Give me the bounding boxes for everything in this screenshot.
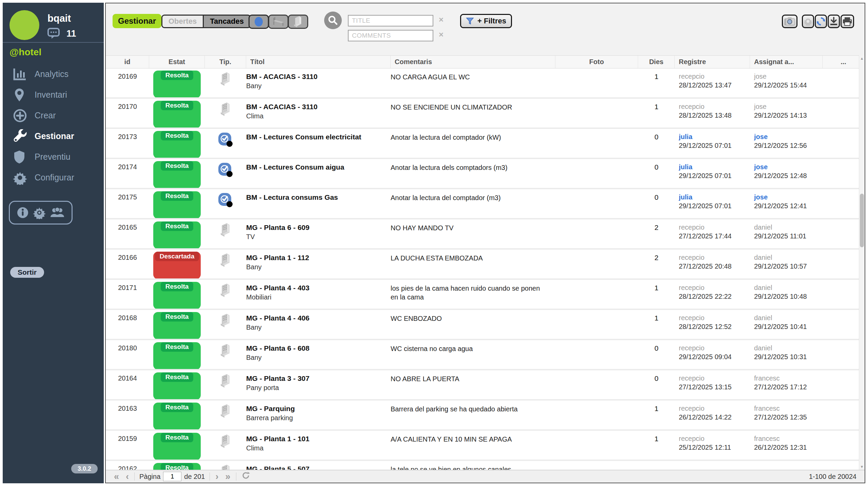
comments-search-input[interactable] — [348, 30, 433, 41]
cell-more — [823, 99, 865, 128]
table-row[interactable]: 20164 Resolta MG - Planta 3 - 307 Pany p… — [106, 370, 865, 401]
sidebar-item-preventiu[interactable]: Preventiu — [3, 147, 104, 167]
download-button[interactable] — [828, 15, 840, 28]
cell-dies: 1 — [638, 431, 675, 460]
sidebar-item-analytics[interactable]: Analytics — [3, 64, 104, 84]
map-pin-icon — [13, 88, 31, 102]
building-icon — [205, 431, 246, 460]
type-filter-buttons — [249, 15, 308, 29]
bed-filter-button[interactable] — [268, 15, 289, 29]
cell-assignat: daniel 29/12/2025 10:31 — [750, 340, 823, 369]
column-header-registre[interactable]: Registre — [675, 56, 750, 68]
table-row[interactable]: 20162 Resolta MG - Planta 5 - 507 la tel… — [106, 461, 865, 470]
table-row[interactable]: 20180 Resolta MG - Planta 6 - 608 Bany W… — [106, 340, 865, 370]
column-header-tip[interactable]: Tip. — [205, 56, 246, 68]
building-icon — [205, 69, 246, 97]
registre-user[interactable]: julia — [679, 133, 750, 141]
status-badge: Resolta — [153, 312, 201, 339]
cell-comentaris: A/A CALIENTA Y EN 10 MIN SE APAGA — [391, 431, 555, 460]
cell-comentaris: NO HAY MANDO TV — [391, 219, 555, 248]
cell-id: 20173 — [106, 129, 149, 158]
status-dot-filter-button[interactable] — [249, 15, 269, 29]
page-number-input[interactable] — [163, 472, 181, 481]
tab-tancades[interactable]: Tancades — [203, 15, 251, 28]
sync-button[interactable] — [815, 15, 827, 28]
column-header-dies[interactable]: Dies — [638, 56, 675, 68]
column-header-assignat[interactable]: Assignat a... — [750, 56, 823, 68]
column-header-foto[interactable]: Foto — [555, 56, 638, 68]
sidebar-item-inventari[interactable]: Inventari — [3, 84, 104, 105]
scroll-up-icon[interactable]: ▲ — [859, 56, 865, 60]
assignat-user: daniel — [754, 284, 823, 292]
first-page-button[interactable]: « — [111, 471, 122, 482]
tab-obertes[interactable]: Obertes — [161, 15, 204, 28]
cell-foto — [555, 219, 638, 248]
table-row[interactable]: 20159 Resolta MG - Planta 1 - 101 Clima … — [106, 431, 865, 461]
search-icon[interactable] — [324, 12, 342, 29]
cell-titol: MG - Planta 4 - 403 Mobiliari — [246, 280, 391, 309]
assignat-user[interactable]: jose — [754, 193, 823, 201]
print-button[interactable] — [841, 15, 854, 28]
table-row[interactable]: 20168 Resolta MG - Planta 4 - 406 Bany W… — [106, 310, 865, 340]
logout-button[interactable]: Sortir — [10, 267, 44, 278]
cell-foto — [555, 250, 638, 278]
table-row[interactable]: 20169 Resolta BM - ACACIAS - 3110 Bany N… — [106, 69, 865, 99]
table-row[interactable]: 20165 Resolta MG - Planta 6 - 609 TV NO … — [106, 219, 865, 250]
gear-icon[interactable] — [33, 206, 46, 219]
sidebar-item-configurar[interactable]: Configurar — [3, 167, 104, 188]
assignat-user[interactable]: jose — [754, 133, 823, 141]
title-search-input[interactable] — [348, 15, 433, 26]
column-header-more[interactable]: ... — [823, 56, 865, 68]
info-icon[interactable] — [17, 207, 29, 219]
cell-estat: Resolta — [149, 99, 205, 128]
last-page-button[interactable]: » — [222, 471, 234, 482]
cell-estat: Resolta — [149, 129, 205, 158]
vertical-scrollbar[interactable]: ▲ ▼ — [859, 55, 865, 470]
prev-page-button[interactable]: ‹ — [122, 471, 132, 482]
cell-more — [823, 280, 865, 309]
table-row[interactable]: 20163 Resolta MG - Parquing Barrera park… — [106, 401, 865, 431]
cell-foto — [555, 99, 638, 128]
cell-titol: BM - Lectura consums Gas — [246, 189, 391, 218]
column-header-titol[interactable]: Títol — [246, 56, 391, 68]
pager-divider — [236, 472, 236, 481]
cell-comentaris: los pies de la cama hacen ruido cuando s… — [391, 280, 555, 309]
cell-dies: 0 — [638, 129, 675, 158]
next-page-button[interactable]: › — [212, 471, 222, 482]
status-badge: Resolta — [153, 101, 201, 128]
cell-dies: 2 — [638, 250, 675, 278]
avatar[interactable] — [9, 10, 39, 40]
table-row[interactable]: 20171 Resolta MG - Planta 4 - 403 Mobili… — [106, 280, 865, 310]
settings-button[interactable] — [802, 15, 814, 28]
refresh-button[interactable] — [238, 471, 253, 482]
cell-id: 20170 — [106, 99, 149, 128]
clear-comments-icon[interactable]: × — [439, 31, 446, 39]
clear-title-icon[interactable]: × — [439, 16, 446, 24]
column-header-comentaris[interactable]: Comentaris — [391, 56, 555, 68]
cell-estat: Resolta — [149, 189, 205, 218]
cell-more — [823, 310, 865, 339]
sidebar-item-crear[interactable]: Crear — [3, 105, 104, 126]
registre-user[interactable]: julia — [679, 163, 750, 171]
page-count-label: de 201 — [184, 473, 205, 481]
table-row[interactable]: 20170 Resolta BM - ACACIAS - 3110 Clima … — [106, 99, 865, 129]
column-header-id[interactable]: id — [106, 56, 149, 68]
table-row[interactable]: 20174 Resolta BM - Lectures Consum aigua… — [106, 159, 865, 189]
scroll-down-icon[interactable]: ▼ — [859, 465, 865, 469]
registre-user[interactable]: julia — [679, 193, 750, 201]
table-row[interactable]: 20166 Descartada MG - Planta 1 - 112 Ban… — [106, 250, 865, 280]
chat-bubble-icon[interactable] — [47, 28, 62, 39]
building-filter-button[interactable] — [288, 15, 308, 29]
users-icon[interactable] — [50, 207, 65, 218]
building-icon — [205, 401, 246, 429]
filters-button[interactable]: + Filtres — [460, 14, 512, 28]
table-row[interactable]: 20173 Resolta BM - Lectures Consum elect… — [106, 129, 865, 159]
assignat-user[interactable]: jose — [754, 163, 823, 171]
table-row[interactable]: 20175 Resolta BM - Lectura consums Gas A… — [106, 189, 865, 219]
sidebar-item-gestionar[interactable]: Gestionar — [3, 126, 104, 147]
cell-assignat: francesc 27/12/2025 12:35 — [750, 401, 823, 429]
scrollbar-thumb[interactable] — [860, 194, 864, 247]
camera-button[interactable] — [782, 15, 797, 28]
cell-dies: 1 — [638, 99, 675, 128]
column-header-estat[interactable]: Estat — [149, 56, 205, 68]
